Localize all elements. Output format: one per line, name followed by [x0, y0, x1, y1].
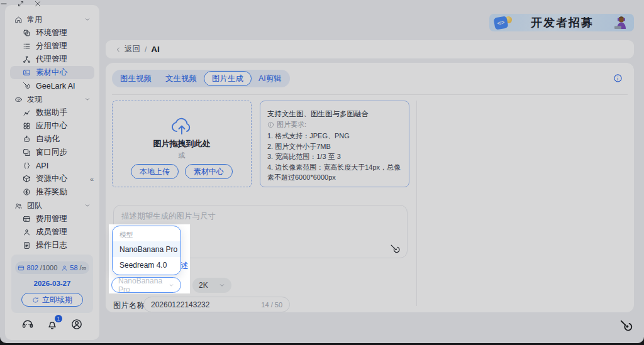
optimize-link-fragment[interactable]: 述 [180, 261, 189, 271]
modal-overlay [0, 0, 644, 343]
model-dropdown-label: 模型 [113, 229, 180, 241]
model-select[interactable]: NanoBanana Pro [111, 277, 181, 293]
desktop: </> 开发者招募 常用 环境管理 分组管理 [0, 0, 644, 345]
geelark-cursor-icon [619, 319, 633, 333]
model-dropdown-menu: 模型 NanoBanana Pro Seedream 4.0 [112, 226, 181, 275]
chevron-down-icon [169, 282, 174, 288]
app-window: </> 开发者招募 常用 环境管理 分组管理 [0, 0, 644, 343]
model-option-nanobanana[interactable]: NanoBanana Pro [113, 241, 180, 257]
model-option-seedream[interactable]: Seedream 4.0 [113, 257, 180, 273]
model-select-value: NanoBanana Pro [118, 277, 169, 294]
